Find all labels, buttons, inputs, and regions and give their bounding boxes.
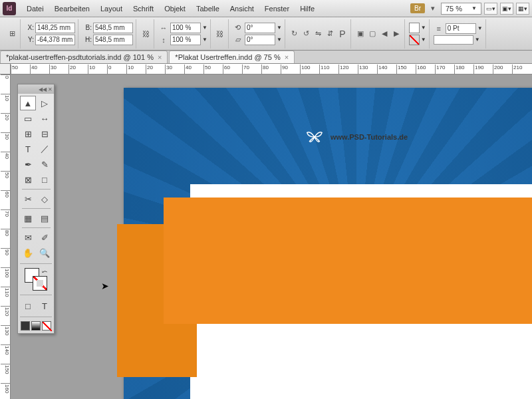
select-next-icon[interactable]: ▶ [391, 29, 402, 39]
bridge-button[interactable]: Br [410, 3, 425, 13]
document-tab[interactable]: *plakat-usertreffen-psdtutorials.indd @ … [0, 51, 168, 63]
stroke-swatch[interactable] [409, 35, 420, 45]
app-icon: Id [3, 2, 16, 15]
view-options-icon[interactable]: ▭▾ [484, 3, 497, 15]
select-container-icon[interactable]: ▣ [355, 29, 366, 39]
chevron-down-icon[interactable]: ▼ [277, 25, 282, 31]
scale-x-input[interactable] [170, 23, 201, 33]
flip-vertical-icon[interactable]: ⇵ [325, 29, 336, 39]
chevron-down-icon[interactable]: ▼ [421, 25, 426, 31]
fill-stroke-swatches[interactable]: ⤺ [25, 268, 47, 291]
content-placer[interactable]: ⊟ [37, 126, 53, 141]
header-text[interactable]: www.PSD-Tutorials.de [305, 128, 408, 146]
free-transform-tool[interactable]: ◇ [37, 192, 53, 206]
type-tool[interactable]: T [20, 142, 36, 156]
apply-gradient[interactable] [31, 321, 41, 331]
hand-tool[interactable]: ✋ [20, 245, 36, 260]
gradient-swatch-tool[interactable]: ▦ [20, 211, 36, 225]
horizontal-ruler[interactable]: 5040302010010203040506070809010011012013… [11, 64, 532, 74]
butterfly-icon [305, 128, 324, 146]
chevron-down-icon: ▼ [471, 5, 477, 11]
pen-tool[interactable]: ✒ [20, 157, 36, 172]
rectangle-tool[interactable]: □ [37, 172, 53, 187]
apply-color[interactable] [21, 321, 30, 331]
arrange-documents-icon[interactable]: ▦▾ [516, 3, 529, 15]
stroke-style-dropdown[interactable] [434, 35, 473, 45]
canvas[interactable]: www.PSD-Tutorials.de ➤ [11, 74, 532, 399]
ruler-tick: 210 [512, 65, 522, 74]
preview-mode[interactable]: T [37, 299, 53, 313]
gap-tool[interactable]: ↔ [37, 111, 53, 126]
paragraph-icon[interactable]: P [337, 29, 348, 39]
gradient-feather-tool[interactable]: ▤ [37, 211, 53, 225]
constrain-scale-icon[interactable]: ⛓ [215, 29, 225, 39]
y-input[interactable] [35, 35, 75, 45]
tools-panel-header[interactable]: ◀◀✕ [18, 84, 54, 94]
ruler-tick: 40 [184, 65, 192, 74]
rectangle-frame-tool[interactable]: ⊠ [20, 172, 36, 187]
rotate-input[interactable] [245, 23, 275, 33]
menu-bearbeiten[interactable]: Bearbeiten [49, 2, 95, 15]
x-input[interactable] [35, 23, 75, 33]
normal-mode[interactable]: □ [20, 299, 36, 313]
selection-tool[interactable]: ▲ [20, 96, 36, 110]
content-collector[interactable]: ⊞ [20, 126, 36, 141]
vertical-ruler[interactable]: 0102030405060708090100110120130140150160 [0, 74, 11, 399]
ruler-tick: 20 [1, 113, 10, 120]
chevron-down-icon[interactable]: ▼ [421, 37, 426, 43]
chevron-down-icon[interactable]: ▼ [202, 37, 207, 43]
menu-ansicht[interactable]: Ansicht [225, 2, 259, 15]
menu-tabelle[interactable]: Tabelle [191, 2, 225, 15]
close-tab-icon[interactable]: × [158, 53, 162, 61]
chevron-down-icon[interactable]: ▼ [202, 25, 207, 31]
stroke-weight-input[interactable] [446, 23, 476, 34]
select-previous-icon[interactable]: ◀ [379, 29, 390, 39]
width-input[interactable] [93, 23, 133, 33]
screen-mode-icon[interactable]: ▣▾ [500, 3, 513, 15]
menu-fenster[interactable]: Fenster [259, 2, 295, 15]
document-tab[interactable]: *Plakat Usertreffen.indd @ 75 %× [169, 51, 295, 63]
pencil-tool[interactable]: ✎ [37, 157, 53, 172]
height-input[interactable] [93, 35, 133, 45]
rotate-90-cw-icon[interactable]: ↻ [289, 29, 300, 39]
select-content-icon[interactable]: ▢ [367, 29, 378, 39]
ruler-origin[interactable] [0, 64, 11, 74]
scale-x-icon: ↔ [158, 23, 169, 33]
stroke-color-swatch[interactable] [33, 276, 47, 291]
shear-icon: ▱ [233, 35, 243, 45]
fill-swatch[interactable] [409, 23, 420, 33]
tools-panel: ◀◀✕ ▲▷▭↔⊞⊟T／✒✎⊠□✂◇▦▤✉✐✋🔍 ⤺ □T [17, 84, 55, 334]
chevron-down-icon[interactable]: ▼ [277, 37, 282, 43]
menu-hilfe[interactable]: Hilfe [295, 2, 320, 15]
direct-selection-tool[interactable]: ▷ [37, 96, 53, 110]
apply-none[interactable] [42, 321, 51, 331]
orange-rectangle-front[interactable] [164, 198, 532, 324]
eyedropper-tool[interactable]: ✐ [37, 230, 53, 245]
constrain-proportions-icon[interactable]: ⛓ [140, 29, 151, 39]
page-tool[interactable]: ▭ [20, 111, 36, 126]
close-tab-icon[interactable]: × [285, 53, 289, 61]
reference-point-icon[interactable]: ⊞ [7, 29, 17, 39]
menu-schrift[interactable]: Schrift [128, 2, 159, 15]
menu-datei[interactable]: Datei [21, 2, 49, 15]
rotate-90-ccw-icon[interactable]: ↺ [301, 29, 312, 39]
flip-horizontal-icon[interactable]: ⇋ [313, 29, 324, 39]
swap-colors-icon[interactable]: ⤺ [42, 268, 47, 275]
scale-y-input[interactable] [170, 35, 201, 45]
shear-input[interactable] [245, 35, 275, 45]
collapse-icon[interactable]: ◀◀ [39, 86, 47, 92]
document-page[interactable]: www.PSD-Tutorials.de [124, 88, 532, 399]
line-tool[interactable]: ／ [37, 142, 53, 156]
chevron-down-icon[interactable]: ▼ [475, 37, 480, 43]
document-tabs: *plakat-usertreffen-psdtutorials.indd @ … [0, 51, 532, 64]
zoom-value: 75 % [446, 5, 462, 13]
menu-objekt[interactable]: Objekt [159, 2, 191, 15]
close-icon[interactable]: ✕ [48, 86, 53, 92]
scissors-tool[interactable]: ✂ [20, 192, 36, 206]
chevron-down-icon[interactable]: ▼ [477, 25, 483, 31]
zoom-tool[interactable]: 🔍 [37, 245, 53, 260]
bridge-dropdown-icon[interactable]: ▾ [428, 3, 438, 14]
note-tool[interactable]: ✉ [20, 230, 36, 245]
zoom-level-dropdown[interactable]: 75 %▼ [441, 3, 481, 15]
menu-layout[interactable]: Layout [95, 2, 128, 15]
